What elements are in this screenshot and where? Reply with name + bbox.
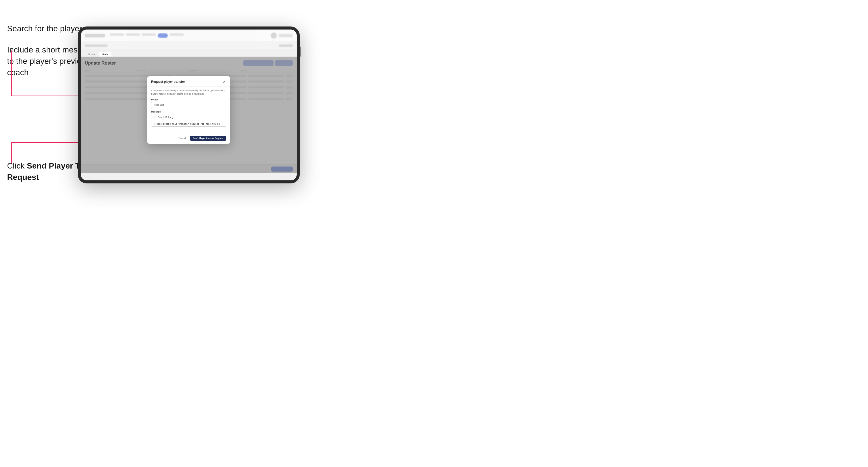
player-label: Player [151,98,226,101]
modal-body: If the player is transferring from anoth… [147,87,230,134]
modal-overlay: Request player transfer ✕ If the player … [81,57,297,173]
close-icon[interactable]: ✕ [222,80,226,84]
nav-pill-active [158,33,168,38]
modal-title: Request player transfer [151,80,185,84]
message-label: Message [151,111,226,113]
sub-header-action [279,44,293,47]
send-transfer-request-button[interactable]: Send Player Transfer Request [190,136,226,141]
modal-dialog: Request player transfer ✕ If the player … [147,76,230,144]
app-logo [85,34,105,37]
tablet-side-button [300,47,301,57]
app-header [81,30,297,42]
modal-header: Request player transfer ✕ [147,76,230,87]
nav-pill-3 [142,33,156,36]
nav-pill-1 [110,33,124,36]
cancel-button[interactable]: Cancel [177,136,188,141]
tabs-bar: Roster Stats [81,50,297,57]
nav-pills [110,33,184,38]
sub-header [81,42,297,50]
tablet-frame: Roster Stats Update Roster Name Position… [78,27,300,183]
player-input[interactable] [151,102,226,108]
message-field-group: Message [151,111,226,128]
breadcrumb [85,44,107,47]
message-textarea[interactable] [151,114,226,127]
nav-pill-2 [126,33,140,36]
annotation-search: Search for the player. [7,24,84,33]
player-field-group: Player [151,98,226,108]
header-avatar [271,33,277,39]
nav-pill-4 [170,33,184,36]
modal-description: If the player is transferring from anoth… [151,89,226,96]
header-button [279,34,293,37]
tab-stats: Stats [99,52,112,57]
header-right [271,33,293,39]
tablet-screen: Roster Stats Update Roster Name Position… [81,30,297,180]
tab-roster: Roster [85,52,99,57]
modal-footer: Cancel Send Player Transfer Request [147,134,230,144]
main-content: Update Roster Name Position Number Statu… [81,57,297,173]
